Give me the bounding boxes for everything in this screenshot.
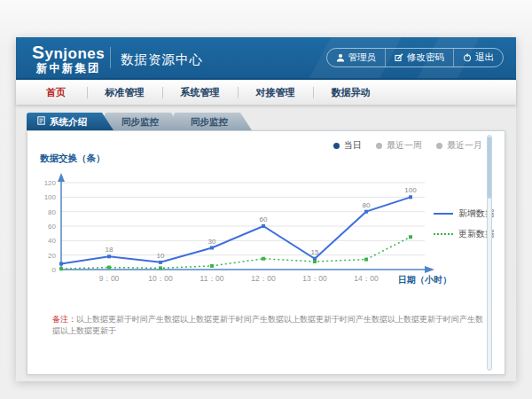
- tab-bar: 系统介绍 同步监控 同步监控: [27, 113, 516, 130]
- data-point-label: 60: [260, 215, 268, 223]
- y-tick-label: 60: [48, 223, 56, 231]
- data-point: [159, 266, 162, 270]
- logo-en: Synjones: [32, 42, 105, 63]
- header: Synjones 新中新集团 数据资源中心 管理员 修改密码: [16, 37, 516, 78]
- data-point: [107, 254, 111, 258]
- data-point: [364, 258, 368, 262]
- data-point-label: 10: [157, 252, 165, 260]
- y-tick-label: 0: [52, 266, 57, 274]
- data-point: [107, 266, 111, 270]
- period-radio-group: 当日 最近一周 最近一月: [333, 139, 482, 152]
- y-axis-title: 数据交换（条）: [40, 153, 106, 165]
- site-container: Synjones 新中新集团 数据资源中心 管理员 修改密码: [16, 37, 516, 381]
- data-point: [409, 235, 412, 239]
- footnote: 备注：以上数据更新于时间产生数据以上数据更新于时间产生数据以上数据更新于时间产生…: [52, 314, 487, 337]
- y-axis-arrow: [58, 173, 65, 182]
- user-button-group: 管理员 修改密码 退出: [326, 48, 505, 67]
- tab-sync-monitor-1-label: 同步监控: [121, 113, 159, 130]
- radio-last-week-label: 最近一周: [387, 139, 422, 152]
- page-background: Synjones 新中新集团 数据资源中心 管理员 修改密码: [0, 0, 532, 399]
- data-point: [59, 262, 63, 265]
- y-tick-label: 80: [48, 208, 56, 216]
- radio-dot-icon: [436, 143, 442, 149]
- edit-icon: [395, 53, 403, 62]
- user-icon: [336, 53, 345, 62]
- tab-sync-monitor-2[interactable]: 同步监控: [174, 113, 252, 130]
- x-tick-label: 9：00: [99, 274, 120, 283]
- legend-item-updated-data[interactable]: 更新数据: [434, 228, 494, 240]
- data-point: [210, 264, 214, 268]
- data-point: [364, 210, 368, 214]
- x-axis-arrow: [425, 266, 434, 273]
- data-point-label: 100: [404, 186, 417, 194]
- x-tick-label: 12：00: [251, 274, 276, 283]
- tab-system-intro[interactable]: 系统介绍: [27, 113, 113, 130]
- x-tick-label: 11：00: [200, 274, 224, 283]
- document-icon: [37, 113, 45, 130]
- solid-line-icon: [434, 213, 453, 215]
- series-line-更新数据: [61, 237, 411, 269]
- x-tick-label: 10：00: [148, 274, 173, 283]
- data-point: [59, 267, 63, 270]
- content-area: 系统介绍 同步监控 同步监控 当日 最近一周: [16, 105, 516, 381]
- data-point-label: 30: [208, 238, 216, 246]
- y-tick-label: 100: [44, 193, 57, 201]
- tab-system-intro-label: 系统介绍: [50, 113, 87, 130]
- nav-item-home[interactable]: 首页: [25, 80, 87, 105]
- header-divider: [110, 47, 111, 68]
- main-nav: 首页 标准管理 系统管理 对接管理 数据异动: [16, 78, 516, 105]
- app-title: 数据资源中心: [121, 51, 203, 68]
- logo-cn: 新中新集团: [32, 63, 105, 75]
- change-password-button-label: 修改密码: [407, 51, 444, 64]
- chart-panel: 当日 最近一周 最近一月 数据交换（条） 0204060801001209：00…: [27, 130, 505, 375]
- legend-item-new-data[interactable]: 新增数据: [434, 207, 494, 220]
- power-icon: [463, 53, 472, 62]
- data-point: [313, 260, 317, 263]
- tab-sync-monitor-1[interactable]: 同步监控: [105, 113, 183, 130]
- nav-item-interface-mgmt[interactable]: 对接管理: [238, 80, 313, 105]
- y-tick-label: 120: [44, 179, 57, 187]
- radio-last-month-label: 最近一月: [447, 139, 482, 152]
- nav-item-system-mgmt[interactable]: 系统管理: [162, 80, 238, 105]
- logo: Synjones 新中新集团: [32, 42, 105, 74]
- data-point: [159, 261, 162, 264]
- radio-dot-icon: [376, 143, 382, 149]
- radio-dot-icon: [333, 143, 340, 149]
- nav-item-standard-mgmt[interactable]: 标准管理: [87, 80, 162, 105]
- x-tick-label: 14：00: [354, 274, 379, 283]
- data-point: [409, 195, 412, 199]
- scrollbar-thumb[interactable]: [488, 137, 491, 199]
- data-point: [210, 246, 214, 250]
- logout-button-label: 退出: [475, 51, 494, 64]
- radio-last-month[interactable]: 最近一月: [436, 139, 482, 152]
- footnote-text: 以上数据更新于时间产生数据以上数据更新于时间产生数据以上数据更新于时间产生数据以…: [52, 315, 483, 335]
- radio-today[interactable]: 当日: [333, 139, 362, 152]
- radio-last-week[interactable]: 最近一周: [376, 139, 422, 152]
- series-line-新增数据: [61, 197, 411, 263]
- chart-legend: 新增数据 更新数据: [434, 207, 494, 240]
- dotted-line-icon: [434, 233, 453, 235]
- radio-today-label: 当日: [344, 139, 362, 152]
- admin-button-label: 管理员: [348, 51, 377, 64]
- x-tick-label: 13：00: [302, 274, 327, 283]
- data-point: [262, 257, 265, 261]
- data-point-label: 18: [106, 246, 113, 254]
- admin-button[interactable]: 管理员: [327, 49, 386, 66]
- panel-scrollbar[interactable]: [487, 135, 492, 371]
- nav-item-data-change[interactable]: 数据异动: [313, 80, 388, 105]
- x-axis-title: 日期（小时）: [398, 275, 451, 285]
- data-point-label: 15: [311, 248, 319, 256]
- y-tick-label: 20: [48, 252, 56, 260]
- y-tick-label: 40: [48, 237, 56, 245]
- data-point: [262, 224, 265, 228]
- tab-sync-monitor-2-label: 同步监控: [191, 113, 228, 130]
- footnote-label: 备注：: [52, 315, 76, 324]
- data-point-label: 80: [363, 201, 371, 209]
- change-password-button[interactable]: 修改密码: [385, 49, 453, 66]
- logout-button[interactable]: 退出: [453, 49, 503, 66]
